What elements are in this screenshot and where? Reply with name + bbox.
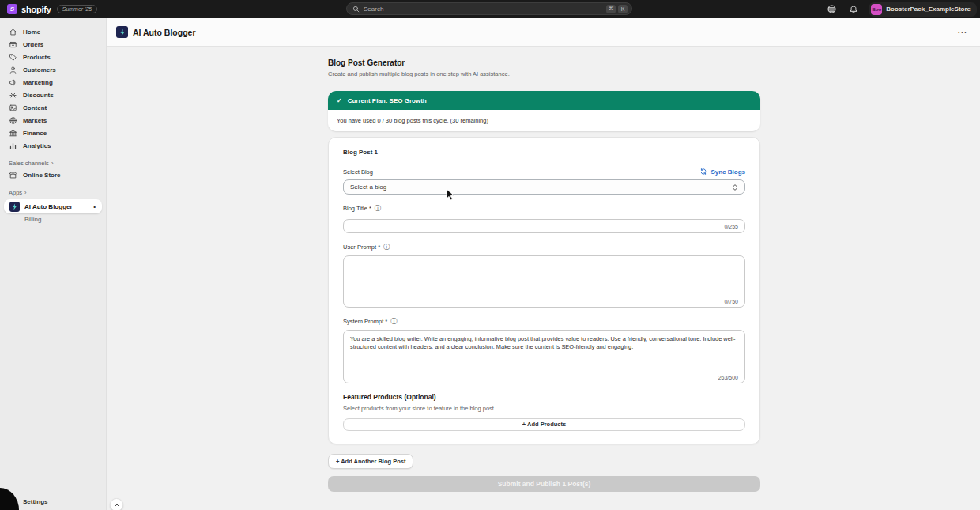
sidebar-item-content[interactable]: Content [0, 101, 106, 114]
markets-icon [9, 116, 17, 125]
chevron-up-icon [114, 502, 120, 508]
sales-channels-label: Sales channels [9, 160, 49, 167]
sidebar-item-discounts[interactable]: Discounts [0, 89, 106, 101]
marketing-icon [9, 78, 17, 87]
featured-products-title: Featured Products (Optional) [343, 393, 745, 401]
sidebar-item-label: Content [23, 104, 47, 111]
chevron-right-icon: › [24, 189, 27, 196]
plan-usage-text: You have used 0 / 30 blog posts this cyc… [328, 110, 760, 131]
k-key-badge: K [618, 5, 628, 13]
topbar: S shopify Summer '25 Search ⌘ K Boo Boos… [0, 0, 980, 18]
blog-title-label-text: Blog Title * [343, 205, 371, 212]
featured-products-subtitle: Select products from your store to featu… [343, 405, 745, 412]
sidebar-item-orders[interactable]: Orders [0, 38, 106, 51]
sidebar-item-billing[interactable]: Billing [0, 213, 106, 225]
sidebar-item-label: Online Store [23, 172, 61, 179]
sidebar-item-analytics[interactable]: Analytics [0, 139, 106, 152]
apps-header[interactable]: Apps › [0, 187, 106, 198]
sidebar-item-home[interactable]: Home [0, 25, 106, 38]
store-name: BoosterPack_ExampleStore [886, 6, 971, 13]
info-icon[interactable]: ⓘ [383, 243, 390, 251]
orders-icon [9, 40, 17, 49]
sidebar-item-finance[interactable]: Finance [0, 127, 106, 139]
select-chevron-icon [732, 183, 738, 191]
version-badge: Summer '25 [57, 5, 98, 13]
sidebar-item-label: Discounts [23, 92, 54, 99]
sidebar-collapse-button[interactable] [110, 498, 123, 510]
sidebar-item-label: Orders [23, 41, 43, 48]
sidebar-item-label: Settings [23, 498, 48, 505]
cmd-key-badge: ⌘ [606, 5, 616, 13]
plan-banner-header: ✓ Current Plan: SEO Growth [328, 91, 760, 110]
sidebar: Home Orders Products Customers Marketing… [0, 18, 107, 510]
sidebar-item-label: Billing [24, 216, 41, 223]
apps-label: Apps [9, 189, 22, 196]
add-products-label: + Add Products [522, 421, 566, 428]
sidebar-item-marketing[interactable]: Marketing [0, 76, 106, 89]
add-another-blog-post-button[interactable]: + Add Another Blog Post [328, 454, 413, 469]
analytics-icon [9, 142, 17, 150]
sidebar-item-label: Markets [23, 117, 47, 124]
blog-post-card: Blog Post 1 Select Blog Sync Blogs Selec… [328, 137, 760, 444]
system-prompt-label: System Prompt * ⓘ [343, 317, 397, 326]
sidebar-item-ai-auto-blogger[interactable]: AI Auto Blogger • [4, 199, 102, 213]
shopify-wordmark: shopify [21, 5, 51, 14]
sidebar-item-label: Products [23, 54, 51, 61]
online-store-icon [9, 171, 17, 179]
sidebar-item-label: Home [23, 28, 40, 36]
sidebar-item-label: Analytics [23, 142, 51, 149]
info-icon[interactable]: ⓘ [390, 317, 397, 326]
shopify-bag-icon: S [7, 4, 17, 14]
finance-icon [9, 129, 17, 138]
sidebar-item-label: Finance [23, 130, 47, 137]
page-title: Blog Post Generator [328, 59, 760, 67]
sidebar-item-products[interactable]: Products [0, 51, 106, 63]
sales-channels-header[interactable]: Sales channels › [0, 157, 106, 168]
blog-post-card-title: Blog Post 1 [343, 149, 745, 156]
plan-banner: ✓ Current Plan: SEO Growth You have used… [328, 91, 760, 131]
system-prompt-textarea[interactable]: You are a skilled blog writer. Write an … [343, 330, 745, 383]
select-blog-dropdown[interactable]: Select a blog [343, 179, 745, 195]
user-prompt-label: User Prompt * ⓘ [343, 243, 390, 251]
search-placeholder: Search [364, 6, 604, 13]
user-prompt-textarea[interactable] [343, 255, 745, 308]
add-products-button[interactable]: + Add Products [343, 418, 745, 431]
sync-blogs-button[interactable]: Sync Blogs [699, 168, 745, 176]
app-header: AI Auto Blogger ⋯ [107, 18, 980, 47]
sidebar-item-customers[interactable]: Customers [0, 63, 106, 76]
sidekick-icon [827, 4, 837, 14]
sidebar-item-online-store[interactable]: Online Store [0, 168, 106, 181]
app-title: AI Auto Blogger [133, 28, 196, 37]
submit-publish-button[interactable]: Submit and Publish 1 Post(s) [328, 476, 760, 492]
blog-title-label: Blog Title * ⓘ [343, 204, 381, 213]
page-subtitle: Create and publish multiple blog posts i… [328, 70, 760, 77]
store-menu[interactable]: Boo BoosterPack_ExampleStore [869, 2, 977, 17]
sidekick-button[interactable] [824, 2, 839, 17]
notifications-button[interactable] [846, 2, 861, 17]
main-content: Blog Post Generator Create and publish m… [107, 47, 980, 510]
check-icon: ✓ [337, 97, 342, 104]
content-icon [9, 104, 17, 112]
customers-icon [9, 66, 17, 74]
sync-icon [699, 168, 707, 176]
chevron-right-icon: › [51, 160, 54, 167]
more-menu-button[interactable]: ⋯ [957, 27, 967, 38]
blog-title-input[interactable] [343, 219, 745, 233]
info-icon[interactable]: ⓘ [375, 204, 381, 213]
shopify-logo[interactable]: S shopify [7, 4, 51, 14]
user-prompt-label-text: User Prompt * [343, 244, 380, 251]
system-prompt-label-text: System Prompt * [343, 318, 387, 325]
sidebar-item-label: AI Auto Blogger [24, 203, 73, 210]
products-icon [9, 53, 17, 62]
sidebar-item-label: Marketing [23, 79, 53, 86]
select-blog-value: Select a blog [350, 183, 386, 191]
plan-title: Current Plan: SEO Growth [348, 97, 427, 104]
select-blog-label: Select Blog [343, 168, 373, 176]
avatar: Boo [871, 4, 882, 15]
add-another-label: + Add Another Blog Post [336, 458, 405, 465]
sidebar-item-label: Customers [23, 66, 56, 74]
select-blog-label-text: Select Blog [343, 168, 373, 176]
active-dot: • [93, 203, 96, 210]
search-input[interactable]: Search ⌘ K [346, 2, 632, 15]
sidebar-item-markets[interactable]: Markets [0, 114, 106, 127]
